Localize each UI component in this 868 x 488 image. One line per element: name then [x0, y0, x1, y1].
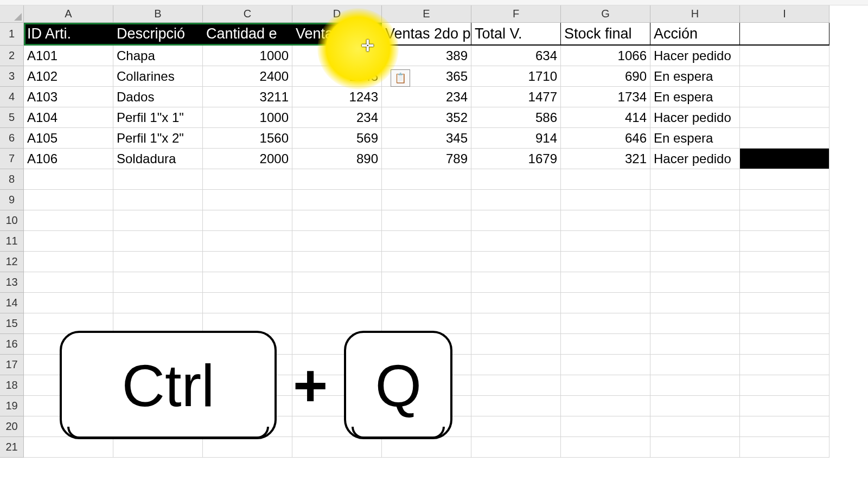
cell-D21[interactable]	[292, 437, 382, 458]
cell-E12[interactable]	[382, 252, 471, 272]
cell-G14[interactable]	[561, 293, 650, 313]
cell-B10[interactable]	[113, 210, 203, 231]
cell-D14[interactable]	[292, 293, 382, 313]
col-header-F[interactable]: F	[471, 5, 561, 23]
paste-options-button[interactable]: 📋	[391, 69, 410, 87]
row-header-9[interactable]: 9	[0, 190, 24, 210]
cell-G18[interactable]	[561, 375, 650, 396]
cell-E6[interactable]: 345	[382, 128, 471, 149]
cell-G1[interactable]: Stock final	[561, 23, 650, 46]
row-header-2[interactable]: 2	[0, 46, 24, 66]
cell-F12[interactable]	[471, 252, 561, 272]
cell-E2[interactable]: 389	[382, 46, 471, 66]
cell-F17[interactable]	[471, 355, 561, 375]
cell-B3[interactable]: Collarines	[113, 66, 203, 87]
cell-F1[interactable]: Total V.	[471, 23, 561, 46]
cell-H13[interactable]	[650, 272, 740, 293]
cell-I13[interactable]	[740, 272, 829, 293]
cell-H10[interactable]	[650, 210, 740, 231]
cell-A10[interactable]	[24, 210, 113, 231]
cell-A1[interactable]: ID Arti.	[24, 23, 113, 46]
cell-D9[interactable]	[292, 190, 382, 210]
cell-F15[interactable]	[471, 313, 561, 334]
cell-B2[interactable]: Chapa	[113, 46, 203, 66]
cell-G17[interactable]	[561, 355, 650, 375]
cell-B13[interactable]	[113, 272, 203, 293]
cell-E4[interactable]: 234	[382, 87, 471, 107]
cell-E11[interactable]	[382, 231, 471, 252]
col-header-I[interactable]: I	[740, 5, 829, 23]
cell-E1[interactable]: Ventas 2do pe	[382, 23, 471, 46]
cell-A3[interactable]: A102	[24, 66, 113, 87]
cell-H16[interactable]	[650, 334, 740, 355]
cell-B14[interactable]	[113, 293, 203, 313]
cell-C12[interactable]	[203, 252, 292, 272]
cell-B8[interactable]	[113, 169, 203, 190]
cell-I2[interactable]	[740, 46, 829, 66]
col-header-B[interactable]: B	[113, 5, 203, 23]
cell-D1[interactable]: Ventas 1e	[292, 23, 382, 46]
cell-A21[interactable]	[24, 437, 113, 458]
cell-B9[interactable]	[113, 190, 203, 210]
cell-H2[interactable]: Hacer pedido	[650, 46, 740, 66]
col-header-G[interactable]: G	[561, 5, 650, 23]
cell-C8[interactable]	[203, 169, 292, 190]
cell-G7[interactable]: 321	[561, 149, 650, 169]
cell-E13[interactable]	[382, 272, 471, 293]
row-header-4[interactable]: 4	[0, 87, 24, 107]
row-header-12[interactable]: 12	[0, 252, 24, 272]
row-header-16[interactable]: 16	[0, 334, 24, 355]
cell-I20[interactable]	[740, 416, 829, 437]
cell-I3[interactable]	[740, 66, 829, 87]
row-header-1[interactable]: 1	[0, 23, 24, 46]
cell-I16[interactable]	[740, 334, 829, 355]
cell-H9[interactable]	[650, 190, 740, 210]
cell-F11[interactable]	[471, 231, 561, 252]
cell-I9[interactable]	[740, 190, 829, 210]
cell-I14[interactable]	[740, 293, 829, 313]
row-header-14[interactable]: 14	[0, 293, 24, 313]
cell-E21[interactable]	[382, 437, 471, 458]
row-header-6[interactable]: 6	[0, 128, 24, 149]
cell-I18[interactable]	[740, 375, 829, 396]
cell-A2[interactable]: A101	[24, 46, 113, 66]
cell-F8[interactable]	[471, 169, 561, 190]
cell-H17[interactable]	[650, 355, 740, 375]
cell-H19[interactable]	[650, 396, 740, 416]
cell-G20[interactable]	[561, 416, 650, 437]
cell-F18[interactable]	[471, 375, 561, 396]
cell-C7[interactable]: 2000	[203, 149, 292, 169]
cell-I15[interactable]	[740, 313, 829, 334]
cell-H21[interactable]	[650, 437, 740, 458]
cell-A11[interactable]	[24, 231, 113, 252]
cell-D13[interactable]	[292, 272, 382, 293]
cell-G2[interactable]: 1066	[561, 46, 650, 66]
cell-B11[interactable]	[113, 231, 203, 252]
cell-I11[interactable]	[740, 231, 829, 252]
cell-D5[interactable]: 234	[292, 107, 382, 128]
cell-H3[interactable]: En espera	[650, 66, 740, 87]
cell-H5[interactable]: Hacer pedido	[650, 107, 740, 128]
cell-B5[interactable]: Perfil 1"x 1"	[113, 107, 203, 128]
cell-B1[interactable]: Descripció	[113, 23, 203, 46]
cell-G10[interactable]	[561, 210, 650, 231]
col-header-A[interactable]: A	[24, 5, 113, 23]
cell-C11[interactable]	[203, 231, 292, 252]
cell-D2[interactable]: 245	[292, 46, 382, 66]
cell-F10[interactable]	[471, 210, 561, 231]
cell-I21[interactable]	[740, 437, 829, 458]
cell-H1[interactable]: Acción	[650, 23, 740, 46]
cell-A9[interactable]	[24, 190, 113, 210]
row-header-10[interactable]: 10	[0, 210, 24, 231]
row-header-3[interactable]: 3	[0, 66, 24, 87]
cell-D11[interactable]	[292, 231, 382, 252]
row-header-17[interactable]: 17	[0, 355, 24, 375]
cell-H20[interactable]	[650, 416, 740, 437]
cell-E10[interactable]	[382, 210, 471, 231]
cell-D6[interactable]: 569	[292, 128, 382, 149]
cell-F9[interactable]	[471, 190, 561, 210]
cell-G13[interactable]	[561, 272, 650, 293]
cell-C10[interactable]	[203, 210, 292, 231]
cell-C4[interactable]: 3211	[203, 87, 292, 107]
cell-H7[interactable]: Hacer pedido	[650, 149, 740, 169]
